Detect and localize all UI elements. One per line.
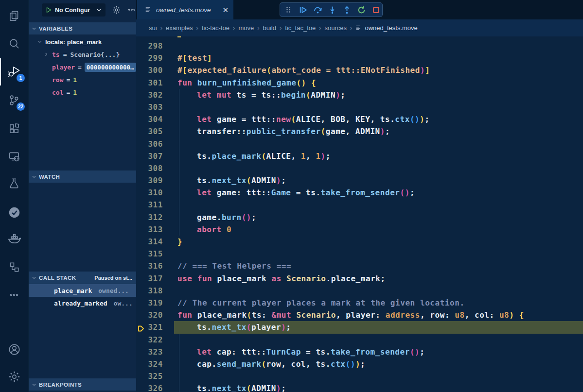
code-line[interactable]: 312game.burn(); [136,211,583,223]
code-line[interactable]: 298 [136,40,583,52]
step-over-icon[interactable] [312,4,323,15]
line-number[interactable]: 302 [136,89,163,101]
debug-config-dropdown[interactable]: No Configur [42,3,106,17]
code-line[interactable]: 299#[test] [136,52,583,64]
line-number[interactable]: 323 [136,346,163,358]
line-number[interactable]: 311 [136,199,163,211]
breadcrumb-item[interactable]: sui [149,24,157,32]
code-line[interactable]: 306 [136,138,583,150]
line-number[interactable]: 307 [136,150,163,162]
variables-scope-row[interactable]: locals: place_mark [29,35,136,48]
line-number[interactable]: 325 [136,370,163,382]
line-number[interactable]: 318 [136,285,163,297]
stack-frame-already-marked[interactable]: already_marked ow... [29,297,136,309]
breadcrumb-item[interactable]: examples [166,24,193,32]
code-line[interactable]: 317use fun place_mark as Scenario.place_… [136,273,583,285]
code-line[interactable]: 304let game = ttt::new(ALICE, BOB, KEY, … [136,113,583,125]
line-number[interactable]: 298 [136,40,163,52]
line-number[interactable]: 301 [136,77,163,89]
code-line[interactable]: 311 [136,199,583,211]
breadcrumb-item[interactable]: move [238,24,254,32]
remote-explorer-icon[interactable] [3,146,25,167]
code-line[interactable]: 302let mut ts = ts::begin(ADMIN); [136,89,583,101]
code-line[interactable]: 326ts.next_tx(ADMIN); [136,382,583,392]
line-number[interactable]: 313 [136,223,163,236]
code-line[interactable]: 324cap.send_mark(row, col, ts.ctx()); [136,358,583,370]
testing-flask-icon[interactable] [3,173,25,194]
line-number[interactable]: 304 [136,113,163,125]
code-line[interactable]: 320fun place_mark(ts: &mut Scenario, pla… [136,309,583,321]
variable-row-col[interactable]: col = 1 [29,86,136,99]
breadcrumb-item[interactable]: build [263,24,276,32]
run-and-debug-icon[interactable]: 1 [3,61,25,83]
breakpoints-section-header[interactable]: BREAKPOINTS [29,378,136,391]
line-number[interactable]: 308 [136,162,163,174]
line-number[interactable]: 303 [136,101,163,113]
variables-section-header[interactable]: VARIABLES [29,22,136,34]
code-line[interactable]: 303 [136,101,583,113]
line-number[interactable]: 315 [136,248,163,260]
code-line[interactable]: 315 [136,248,583,260]
variable-row-ts[interactable]: ts = Scenario{...} [29,48,136,61]
tab-close-icon[interactable]: ✕ [222,6,229,14]
line-number[interactable]: 305 [136,125,163,137]
more-views-icon[interactable] [3,284,25,306]
settings-gear-icon[interactable] [3,366,25,387]
current-execution-line[interactable]: 321ts.next_tx(player); [136,321,583,333]
panel-more-actions-icon[interactable] [127,5,136,16]
line-number[interactable]: 317 [136,273,163,285]
code-line[interactable]: 308 [136,162,583,174]
code-line[interactable]: 314} [136,236,583,248]
search-icon[interactable] [3,33,25,54]
code-line[interactable]: 319// The current player places a mark a… [136,297,583,309]
line-number[interactable]: 322 [136,334,163,346]
code-line[interactable]: 305transfer::public_transfer(game, ADMIN… [136,125,583,137]
selected-value-box[interactable]: 000000000000… [85,63,136,72]
stop-icon[interactable] [371,4,381,15]
explorer-icon[interactable] [3,5,25,27]
line-number[interactable]: 324 [136,358,163,370]
restart-icon[interactable] [356,4,367,15]
debug-gear-icon[interactable] [112,5,121,17]
docker-icon[interactable] [3,228,25,250]
code-line[interactable]: 307ts.place_mark(ALICE, 1, 1); [136,150,583,162]
code-line[interactable]: 313abort 0 [136,223,583,236]
toolbar-drag-handle-icon[interactable] [283,4,294,15]
line-number[interactable]: 310 [136,187,163,199]
code-line[interactable]: 309ts.next_tx(ADMIN); [136,174,583,187]
step-out-icon[interactable] [341,4,352,15]
breadcrumb-item[interactable]: tic_tac_toe [285,24,316,32]
code-line[interactable]: 316// === Test Helpers === [136,260,583,272]
account-icon[interactable] [3,339,25,360]
hierarchy-icon[interactable] [3,256,25,278]
code-line[interactable]: 300#[expected_failure(abort_code = ttt::… [136,64,583,76]
variable-row-player[interactable]: player = 000000000000… [29,61,136,73]
line-number[interactable]: 319 [136,297,163,309]
code-line[interactable]: 322 [136,334,583,346]
code-line[interactable]: 323let cap: ttt::TurnCap = ts.take_from_… [136,346,583,358]
code-line[interactable]: 325 [136,370,583,382]
step-into-icon[interactable] [327,4,337,15]
line-number[interactable]: 299 [136,52,163,64]
stack-frame-place-mark[interactable]: place_mark owned... [29,284,136,297]
check-circle-icon[interactable] [3,202,25,223]
breadcrumb-item[interactable]: tic-tac-toe [202,24,230,32]
source-control-icon[interactable]: 22 [3,90,25,111]
variable-row-row[interactable]: row = 1 [29,73,136,86]
line-number[interactable]: 320 [136,309,163,321]
line-number[interactable]: 326 [136,382,163,392]
code-viewport[interactable]: 298299#[test]300#[expected_failure(abort… [136,36,583,392]
line-number[interactable]: 314 [136,236,163,248]
code-line[interactable]: 318 [136,285,583,297]
line-number[interactable]: 306 [136,138,163,150]
breadcrumb-item[interactable]: sources [325,24,347,32]
code-line[interactable]: 301fun burn_unfinished_game() { [136,77,583,89]
tab-owned-tests-move[interactable]: owned_tests.move ✕ [137,0,233,19]
line-number[interactable]: 300 [136,64,163,76]
watch-section-header[interactable]: WATCH [29,170,136,183]
line-number[interactable]: 312 [136,211,163,223]
extensions-icon[interactable] [3,118,25,139]
line-number[interactable]: 309 [136,174,163,187]
code-line[interactable]: 310let game: ttt::Game = ts.take_from_se… [136,187,583,199]
continue-icon[interactable] [298,4,308,15]
